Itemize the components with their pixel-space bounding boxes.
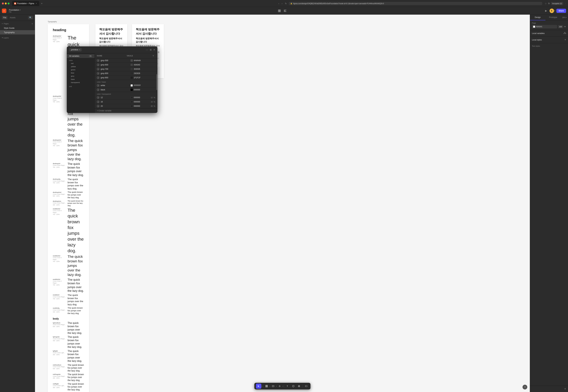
var-value-cell: FFFFFF — [131, 84, 155, 86]
minimize-button[interactable] — [5, 2, 7, 4]
var-opacity-16: 16 — [141, 101, 153, 103]
component-tool[interactable] — [296, 384, 302, 389]
page-typography[interactable]: Typography — [0, 30, 35, 34]
pen-tool[interactable] — [277, 384, 283, 389]
sidebar-transparent[interactable]: transparent — [67, 81, 94, 84]
project-dropdown-arrow[interactable]: ▾ — [20, 9, 21, 11]
page-visibility-icon[interactable]: 👁 — [564, 26, 566, 28]
tab-file[interactable]: File — [2, 16, 7, 19]
browser-menu-button[interactable]: ⋮ — [565, 2, 566, 4]
local-styles-add-icon[interactable]: + — [564, 38, 566, 42]
sidebar-base[interactable]: base — [67, 78, 94, 81]
page-opacity-input[interactable]: 100 — [558, 25, 563, 28]
new-tab-button[interactable]: + — [40, 1, 44, 5]
frame-tool-dropdown[interactable]: ▾ — [269, 385, 270, 387]
add-page-button[interactable]: + — [32, 22, 33, 25]
tab-close-button[interactable]: ✕ — [35, 2, 37, 5]
modal-header: .primitive ▾ ⋯ ⊞ ✕ — [67, 46, 157, 53]
bookmark-icon[interactable]: ☆ — [545, 2, 547, 5]
table-row[interactable]: grey-900 1F1F1F — [95, 76, 157, 80]
avatar-dropdown-arrow[interactable]: ▾ — [554, 10, 555, 12]
address-bar[interactable]: 🔒 figma.com/design/O4QBQYi6VaD5fEIzRDn3s… — [289, 2, 542, 5]
var-type-icon — [97, 68, 99, 70]
sample-meta: desktop/md Cross Crown Regul... 500 · 12… — [53, 191, 66, 197]
korean-text-lg: 책모음에 방문해주셔서 감사합니다 — [99, 37, 123, 43]
sample-text: The quick brown fox jumps over the lazy … — [68, 162, 84, 177]
modal-options-icon[interactable]: ⋯ — [146, 48, 148, 51]
collection-selector[interactable]: .primitive ▾ — [69, 48, 82, 52]
add-variable-icon[interactable]: + — [151, 54, 155, 57]
table-row[interactable]: 12 000000 12 % — [95, 96, 157, 100]
frame-tool[interactable] — [264, 384, 269, 389]
typography-sample-row: desktop/xl Cross Crown Regul... 700 · 12… — [53, 162, 84, 177]
user-avatar[interactable]: E — [550, 9, 554, 13]
sidebar-grey[interactable]: grey — [67, 74, 94, 78]
var-value-cell: 353535 — [131, 68, 155, 70]
pages-header[interactable]: ▾ Pages + — [0, 21, 35, 26]
table-row[interactable]: 20 000000 20 % — [95, 104, 157, 108]
extensions-icon[interactable]: ⧉ — [548, 2, 550, 5]
canvas-area[interactable]: Typography heading desktop/4xl Cross Cro… — [35, 14, 530, 392]
page-color-value: F5F5F5 — [536, 26, 542, 28]
var-name: grey-500 — [101, 59, 108, 62]
active-tab[interactable]: Foundation – Figma ✕ — [12, 1, 39, 6]
table-row[interactable]: 16 000000 16 % — [95, 100, 157, 104]
play-button[interactable]: ▶ — [544, 9, 548, 13]
typography-sample-row: mobile/4xl Cross Crown 4 Regul... 700 · … — [53, 208, 84, 254]
ellipse-tool[interactable] — [291, 384, 296, 389]
modal-view-icon[interactable]: ⊞ — [150, 48, 152, 51]
rectangle-tool[interactable] — [270, 384, 276, 389]
sample-text: The quick brown fox jumps over the lazy … — [68, 278, 84, 293]
var-type-icon — [97, 72, 99, 75]
page-style-guide[interactable]: Style Guide — [0, 26, 35, 30]
close-button[interactable] — [2, 2, 4, 4]
tab-design[interactable]: Design — [530, 14, 545, 20]
sidebar-green[interactable]: green — [67, 68, 94, 71]
project-name: Foundation ▾ — [9, 9, 21, 11]
sample-meta: md/medium Cross Crown Regul... 500 · 150… — [53, 364, 66, 370]
forward-button[interactable]: › — [281, 1, 283, 5]
back-button[interactable]: ‹ — [278, 1, 280, 5]
layers-header[interactable]: ▾ Layers — [0, 36, 35, 40]
reload-button[interactable]: ↻ — [284, 1, 287, 5]
all-variables-count: 78 — [89, 55, 92, 57]
page-bg-input[interactable]: F5F5F5 — [532, 25, 557, 28]
maximize-button[interactable] — [8, 2, 10, 4]
color-swatch-t20 — [131, 105, 133, 107]
pen-tool-dropdown[interactable]: ▾ — [283, 385, 283, 387]
create-variable-button[interactable]: + Create variable — [97, 110, 155, 112]
zoom-dropdown-icon[interactable]: ▾ — [566, 17, 567, 18]
svg-rect-13 — [266, 386, 268, 387]
page-bg-row: F5F5F5 100 👁 — [532, 25, 566, 28]
sidebar-all-variables[interactable]: All variables 78 — [67, 54, 94, 58]
var-name-white: white — [101, 84, 105, 86]
sidebar-yellow[interactable]: yellow — [67, 65, 94, 68]
help-button[interactable]: ? — [523, 385, 527, 390]
share-button[interactable]: Share — [556, 9, 566, 13]
panel-add-icon[interactable]: + — [564, 387, 566, 391]
sidebar-blue[interactable]: blue — [67, 71, 94, 74]
text-tool[interactable]: T — [285, 384, 290, 389]
tab-prototype[interactable]: Prototype — [545, 14, 561, 20]
sample-text: The quick brown fox jumps over the lazy … — [68, 254, 84, 277]
table-row[interactable]: grey-600 434343 — [95, 63, 157, 67]
table-row[interactable]: white FFFFFF — [95, 84, 157, 88]
table-row[interactable]: grey-800 292929 — [95, 71, 157, 76]
tab-assets[interactable]: Assets — [8, 16, 17, 19]
table-row[interactable]: grey-700 353535 — [95, 67, 157, 71]
rectangle-tool-dropdown[interactable]: ▾ — [276, 385, 277, 387]
sidebar-search[interactable]: 🔍 — [28, 16, 33, 19]
sample-text: The quick brown fox jumps over the lazy … — [68, 178, 84, 190]
layers-label: Layers — [3, 37, 9, 39]
code-tool[interactable] — [304, 384, 309, 389]
modal-close-icon[interactable]: ✕ — [153, 48, 155, 51]
table-row[interactable]: grey-500 4A4A4A — [95, 58, 157, 63]
select-tool-dropdown[interactable]: ▾ — [262, 385, 262, 387]
select-tool[interactable] — [256, 384, 261, 389]
text-styles-section: Text styles — [530, 43, 568, 49]
grid-view-icon[interactable] — [277, 8, 282, 13]
table-row[interactable]: black 000000 — [95, 88, 157, 92]
local-variables-row[interactable]: Local variables — [530, 30, 568, 37]
sidebar-red[interactable]: red — [67, 62, 94, 65]
sidebar-toggle-icon[interactable] — [283, 8, 288, 13]
